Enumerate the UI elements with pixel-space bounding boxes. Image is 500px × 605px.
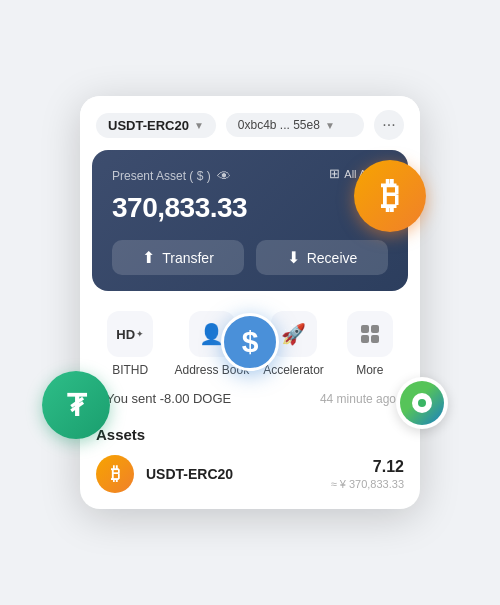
receive-button[interactable]: ⬇ Receive xyxy=(256,240,388,275)
assets-section: Assets ₿ USDT-ERC20 7.12 ≈ ¥ 370,833.33 xyxy=(80,416,420,509)
center-coin-icon: $ xyxy=(221,313,279,371)
balance-amount: 370,833.33 xyxy=(112,192,388,224)
token-selector-label: USDT-ERC20 xyxy=(108,118,189,133)
asset-amount: 7.12 xyxy=(331,458,404,476)
app-container: USDT-ERC20 ▼ 0xbc4b ... 55e8 ▼ ··· Prese… xyxy=(80,96,420,509)
token-chevron-icon: ▼ xyxy=(194,120,204,131)
quick-actions: HD ✦ BITHD 👤 Address Book $ 🚀 Accelerato… xyxy=(80,303,420,381)
more-options-button[interactable]: ··· xyxy=(374,110,404,140)
tether-symbol: ₮ xyxy=(67,388,86,423)
bithd-action[interactable]: HD ✦ BITHD xyxy=(98,311,162,377)
assets-header: Assets xyxy=(96,426,404,443)
receive-icon: ⬇ xyxy=(287,248,300,267)
asset-icon: ₿ xyxy=(96,455,134,493)
more-action[interactable]: More xyxy=(338,311,402,377)
bithd-icon-label: HD xyxy=(116,327,135,342)
address-chevron-icon: ▼ xyxy=(325,120,335,131)
bithd-icon: HD ✦ xyxy=(107,311,153,357)
tx-time: 44 minute ago xyxy=(320,392,396,406)
asset-balance: 7.12 ≈ ¥ 370,833.33 xyxy=(331,458,404,490)
tether-coin-icon: ₮ xyxy=(42,371,110,439)
transfer-label: Transfer xyxy=(162,250,214,266)
green-coin-icon xyxy=(396,377,448,429)
asset-name: USDT-ERC20 xyxy=(146,466,319,482)
receive-label: Receive xyxy=(307,250,358,266)
bithd-label: BITHD xyxy=(112,363,148,377)
action-buttons: ⬆ Transfer ⬇ Receive xyxy=(112,240,388,275)
svg-rect-0 xyxy=(361,325,369,333)
green-dot xyxy=(418,399,426,407)
more-label: More xyxy=(356,363,383,377)
svg-rect-1 xyxy=(371,325,379,333)
green-inner xyxy=(412,393,432,413)
header: USDT-ERC20 ▼ 0xbc4b ... 55e8 ▼ ··· xyxy=(80,96,420,150)
token-selector[interactable]: USDT-ERC20 ▼ xyxy=(96,113,216,138)
accelerator-label: Accelerator xyxy=(263,363,324,377)
more-dots-icon: ··· xyxy=(382,116,395,134)
transaction-row[interactable]: You sent -8.00 DOGE 44 minute ago › xyxy=(92,391,408,406)
all-assets-grid-icon: ⊞ xyxy=(329,166,340,181)
more-icon xyxy=(347,311,393,357)
usdt-symbol: ₿ xyxy=(381,175,399,217)
dollar-symbol: $ xyxy=(242,325,259,359)
more-grid-svg xyxy=(359,323,381,345)
tx-text: You sent -8.00 DOGE xyxy=(106,391,312,406)
balance-card: Present Asset ( $ ) 👁 ⊞ All Assets 370,8… xyxy=(92,150,408,291)
transfer-button[interactable]: ⬆ Transfer xyxy=(112,240,244,275)
svg-rect-3 xyxy=(371,335,379,343)
address-selector[interactable]: 0xbc4b ... 55e8 ▼ xyxy=(226,113,364,137)
usdt-coin-icon: ₿ xyxy=(354,160,426,232)
balance-label-text: Present Asset ( $ ) xyxy=(112,169,211,183)
green-circle-outer xyxy=(400,381,444,425)
asset-currency-symbol: ₿ xyxy=(111,464,120,485)
asset-row[interactable]: ₿ USDT-ERC20 7.12 ≈ ¥ 370,833.33 xyxy=(96,455,404,493)
svg-rect-2 xyxy=(361,335,369,343)
transfer-icon: ⬆ xyxy=(142,248,155,267)
asset-cny: ≈ ¥ 370,833.33 xyxy=(331,478,404,490)
eye-icon[interactable]: 👁 xyxy=(217,168,231,184)
address-display: 0xbc4b ... 55e8 xyxy=(238,118,320,132)
